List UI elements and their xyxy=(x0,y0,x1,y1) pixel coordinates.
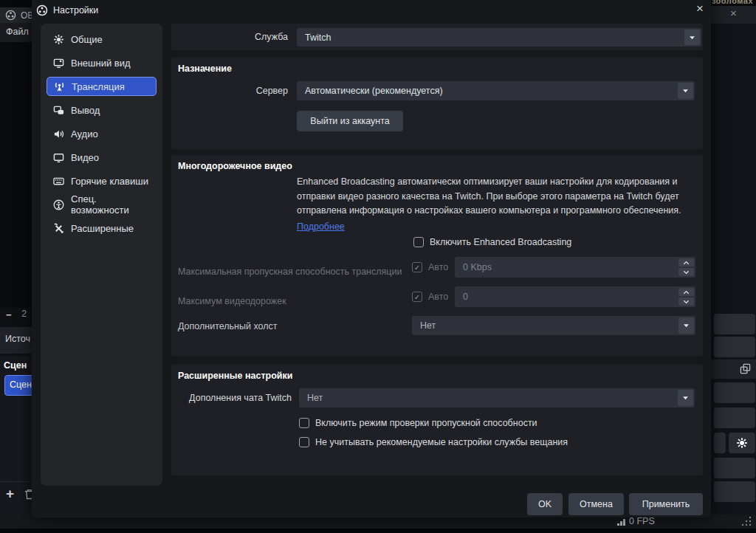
max-tracks-value: 0 xyxy=(463,292,468,302)
accessibility-icon xyxy=(53,199,64,210)
audio-icon xyxy=(53,128,64,140)
dock-button[interactable] xyxy=(714,408,755,428)
resize-grip-icon[interactable] xyxy=(741,516,752,526)
sidebar-item-audio[interactable]: Аудио xyxy=(47,124,157,143)
extra-canvas-dropdown[interactable]: Нет xyxy=(412,316,695,335)
sidebar-item-label: Трансляция xyxy=(72,81,125,92)
scene-item-label: Сцен xyxy=(10,379,32,390)
add-icon[interactable]: + xyxy=(6,486,14,502)
cancel-button[interactable]: Отмена xyxy=(568,493,624,515)
service-label: Служба xyxy=(171,24,288,50)
enhanced-broadcasting-checkbox-row: Включить Enhanced Broadcasting xyxy=(413,237,571,247)
sidebar-item-video[interactable]: Видео xyxy=(47,148,157,167)
close-icon[interactable]: × xyxy=(691,1,709,17)
twitch-chat-addons-value: Нет xyxy=(307,393,323,403)
max-bitrate-label: Максимальная пропускная способность тран… xyxy=(178,266,402,277)
max-tracks-label: Максимум видеодорожек xyxy=(178,296,286,306)
learn-more-link[interactable]: Подробнее xyxy=(297,220,345,235)
max-tracks-spinbox[interactable]: 0 xyxy=(455,286,695,307)
extra-canvas-label: Дополнительный холст xyxy=(178,321,278,331)
max-bitrate-auto-label: Авто xyxy=(428,262,448,272)
chevron-down-icon[interactable] xyxy=(678,268,694,276)
ignore-recommended-label: Не учитывать рекомендуемые настройки слу… xyxy=(315,437,568,447)
sidebar-item-hotkeys[interactable]: Горячие клавиши xyxy=(47,171,157,190)
screen: зобломах OB × Файл − 2 Источ Сцен Сцен + xyxy=(0,0,756,533)
max-bitrate-spinbox[interactable]: 0 Kbps xyxy=(455,257,695,278)
dock-button[interactable] xyxy=(714,481,755,502)
chevron-down-icon xyxy=(684,30,700,45)
close-icon[interactable]: × xyxy=(730,7,737,19)
chevron-up-icon[interactable] xyxy=(678,258,694,266)
obs-logo-icon xyxy=(5,10,16,21)
bandwidth-test-label: Включить режим проверки пропускной спосо… xyxy=(315,418,537,428)
sidebar-item-general[interactable]: Общие xyxy=(47,30,157,49)
dialog-title: Настройки xyxy=(53,5,98,16)
duplicate-icon[interactable] xyxy=(740,363,751,374)
twitch-chat-addons-dropdown[interactable]: Нет xyxy=(299,388,695,408)
selected-scene-item[interactable]: Сцен xyxy=(4,375,32,396)
sidebar-item-label: Вывод xyxy=(71,105,100,116)
dock-button[interactable] xyxy=(714,433,726,453)
destination-section: Назначение Сервер Автоматически (рекомен… xyxy=(171,58,703,149)
apply-button[interactable]: Применить xyxy=(629,493,703,515)
bandwidth-test-checkbox[interactable] xyxy=(299,418,309,428)
background-dock-header: × xyxy=(711,6,756,24)
dock-button[interactable] xyxy=(714,382,755,403)
sidebar-item-advanced[interactable]: Расширенные xyxy=(47,219,157,238)
background-top-right-text-fragment: зобломах xyxy=(712,0,753,5)
sidebar-item-accessibility[interactable]: Спец. возможности xyxy=(47,195,157,214)
sidebar-item-stream[interactable]: Трансляция xyxy=(47,77,157,96)
ignore-recommended-checkbox[interactable] xyxy=(299,437,309,447)
sidebar-item-output[interactable]: Вывод xyxy=(47,100,157,120)
service-section: Служба Twitch xyxy=(171,24,703,50)
max-bitrate-value: 0 Kbps xyxy=(463,262,492,272)
sidebar-item-label: Общие xyxy=(71,34,103,45)
keyboard-icon xyxy=(53,176,64,187)
service-dropdown-value: Twitch xyxy=(305,32,331,43)
max-tracks-auto-checkbox[interactable]: ✓ xyxy=(412,292,422,302)
fps-graph-icon xyxy=(617,518,626,526)
max-tracks-auto-row: ✓ Авто xyxy=(412,292,448,302)
server-dropdown[interactable]: Автоматически (рекомендуется) xyxy=(297,81,695,100)
sources-dock-header: Источ xyxy=(0,327,32,354)
broadcast-icon xyxy=(54,81,65,92)
settings-gear-button[interactable] xyxy=(729,433,755,453)
multitrack-description-block: Enhanced Broadcasting автоматически опти… xyxy=(297,175,695,234)
advanced-heading: Расширенные настройки xyxy=(178,371,292,381)
max-bitrate-auto-checkbox[interactable]: ✓ xyxy=(412,262,422,272)
dock-button[interactable] xyxy=(714,337,755,357)
dialog-titlebar[interactable]: Настройки xyxy=(32,0,711,21)
enhanced-broadcasting-checkbox[interactable] xyxy=(413,237,424,247)
appearance-icon xyxy=(53,58,64,69)
service-dropdown[interactable]: Twitch xyxy=(297,28,701,47)
multitrack-heading: Многодорожечное видео xyxy=(178,161,292,171)
dock-button[interactable] xyxy=(714,314,755,334)
controls-dock-fragment xyxy=(711,24,756,515)
dock-button[interactable] xyxy=(714,458,755,478)
gear-icon xyxy=(736,437,748,449)
ok-button[interactable]: OK xyxy=(527,493,563,515)
scenes-toolbar: + xyxy=(0,481,32,515)
sidebar-item-appearance[interactable]: Внешний вид xyxy=(47,53,157,72)
twitch-chat-addons-label: Дополнения чата Twitch xyxy=(171,388,292,408)
sidebar-item-label: Спец. возможности xyxy=(71,193,157,216)
sidebar-item-label: Внешний вид xyxy=(71,58,131,69)
scenes-dock-title: Сцен xyxy=(4,360,27,371)
ignore-recommended-checkbox-row: Не учитывать рекомендуемые настройки слу… xyxy=(299,437,568,447)
check-icon: ✓ xyxy=(414,293,420,301)
advanced-section: Расширенные настройки Дополнения чата Tw… xyxy=(171,365,703,475)
extra-canvas-value: Нет xyxy=(420,320,436,331)
chevron-down-icon xyxy=(678,317,694,334)
output-icon xyxy=(53,105,64,116)
chevron-down-icon[interactable] xyxy=(678,298,694,306)
check-icon: ✓ xyxy=(414,264,420,272)
enhanced-broadcasting-label: Включить Enhanced Broadcasting xyxy=(430,237,571,247)
settings-sidebar: Общие Внешний вид Трансляция Вывод xyxy=(41,24,162,486)
destination-heading: Назначение xyxy=(178,63,232,74)
max-bitrate-auto-row: ✓ Авто xyxy=(412,262,448,272)
menu-file[interactable]: Файл xyxy=(6,27,29,37)
chevron-up-icon[interactable] xyxy=(678,288,694,296)
fps-status-text: 0 FPS xyxy=(629,516,655,526)
logout-button[interactable]: Выйти из аккаунта xyxy=(297,111,403,131)
trash-icon[interactable] xyxy=(24,489,32,500)
